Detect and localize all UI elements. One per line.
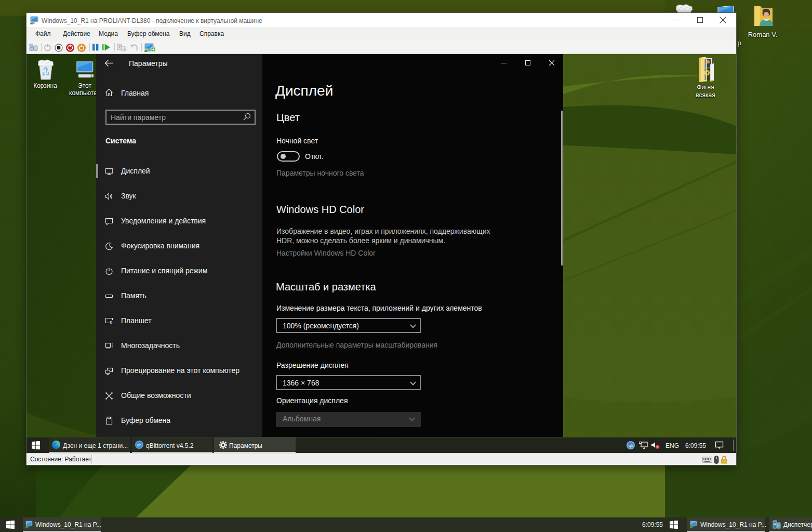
svg-text:qb: qb (629, 443, 633, 448)
svg-text:qb: qb (137, 443, 141, 447)
